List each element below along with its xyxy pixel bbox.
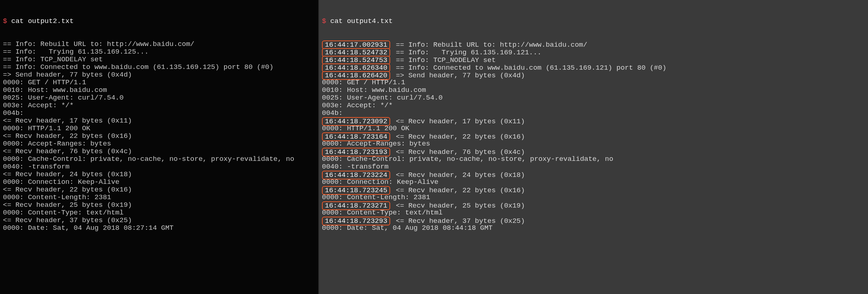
output-line: 16:44:18.723245 <= Recv header, 22 bytes…: [322, 186, 865, 194]
output-line: 0000: Cache-Control: private, no-cache, …: [3, 155, 315, 163]
prompt-symbol: $: [3, 17, 7, 25]
prompt-symbol: $: [322, 17, 326, 25]
output-line: => Send header, 77 bytes (0x4d): [3, 71, 315, 79]
output-line: 16:44:18.723271 <= Recv header, 25 bytes…: [322, 201, 865, 209]
output-line: <= Recv header, 22 bytes (0x16): [3, 186, 315, 194]
output-line: 16:44:18.723092 <= Recv header, 17 bytes…: [322, 117, 865, 125]
output-line: 16:44:18.723164 <= Recv header, 22 bytes…: [322, 132, 865, 140]
output-line: 0000: Date: Sat, 04 Aug 2018 08:44:18 GM…: [322, 224, 865, 232]
output-line: 0025: User-Agent: curl/7.54.0: [3, 94, 315, 102]
output-line: <= Recv header, 24 bytes (0x18): [3, 171, 315, 178]
output-line: == Info: Connected to www.baidu.com (61.…: [3, 63, 315, 71]
output-line: 0000: Content-Type: text/html: [3, 209, 315, 217]
output-line: == Info: Rebuilt URL to: http://www.baid…: [3, 40, 315, 48]
output-line: 0040: -transform: [3, 163, 315, 171]
output-line: 0000: Content-Length: 2381: [322, 194, 865, 201]
output-line: 0010: Host: www.baidu.com: [3, 86, 315, 94]
output-right: 16:44:17.002931 == Info: Rebuilt URL to:…: [322, 40, 865, 232]
output-line: 0000: Connection: Keep-Alive: [322, 178, 865, 186]
output-line: 16:44:18.723293 <= Recv header, 37 bytes…: [322, 217, 865, 224]
output-line: 003e: Accept: */*: [322, 102, 865, 109]
output-line: 16:44:18.524753 == Info: TCP_NODELAY set: [322, 56, 865, 63]
output-line: 16:44:17.002931 == Info: Rebuilt URL to:…: [322, 40, 865, 48]
output-line: 0000: GET / HTTP/1.1: [3, 79, 315, 86]
output-line: <= Recv header, 22 bytes (0x16): [3, 132, 315, 140]
terminal-left[interactable]: $ cat output2.txt == Info: Rebuilt URL t…: [0, 0, 319, 294]
output-line: 0000: Accept-Ranges: bytes: [322, 140, 865, 148]
output-left: == Info: Rebuilt URL to: http://www.baid…: [3, 40, 315, 232]
output-line: == Info: Trying 61.135.169.125...: [3, 48, 315, 56]
output-line: == Info: TCP_NODELAY set: [3, 56, 315, 63]
output-line: 16:44:18.723224 <= Recv header, 24 bytes…: [322, 171, 865, 178]
output-line: 004b:: [3, 109, 315, 117]
output-line: 0040: -transform: [322, 163, 865, 171]
output-line: 16:44:18.626340 == Info: Connected to ww…: [322, 63, 865, 71]
output-line: 003e: Accept: */*: [3, 102, 315, 109]
output-line: 0000: HTTP/1.1 200 OK: [3, 125, 315, 132]
output-line: 0000: Cache-Control: private, no-cache, …: [322, 155, 865, 163]
output-line: 0025: User-Agent: curl/7.54.0: [322, 94, 865, 102]
output-line: 0010: Host: www.baidu.com: [322, 86, 865, 94]
output-line: 004b:: [322, 109, 865, 117]
output-line: 0000: Content-Type: text/html: [322, 209, 865, 217]
command-right: cat output4.txt: [330, 17, 393, 25]
prompt-line: $ cat output2.txt: [3, 18, 315, 25]
output-line: <= Recv header, 17 bytes (0x11): [3, 117, 315, 125]
output-line: <= Recv header, 25 bytes (0x19): [3, 201, 315, 209]
output-line: 0000: GET / HTTP/1.1: [322, 79, 865, 86]
terminal-right[interactable]: $ cat output4.txt 16:44:17.002931 == Inf…: [319, 0, 868, 294]
prompt-line: $ cat output4.txt: [322, 18, 865, 25]
command-left: cat output2.txt: [11, 17, 74, 25]
output-line: 0000: Connection: Keep-Alive: [3, 178, 315, 186]
output-line: 16:44:18.626420 => Send header, 77 bytes…: [322, 71, 865, 79]
output-line: 0000: Accept-Ranges: bytes: [3, 140, 315, 148]
output-line: <= Recv header, 76 bytes (0x4c): [3, 148, 315, 155]
output-line: 0000: HTTP/1.1 200 OK: [322, 125, 865, 132]
output-line: 0000: Content-Length: 2381: [3, 194, 315, 201]
output-line: 16:44:18.723193 <= Recv header, 76 bytes…: [322, 148, 865, 155]
output-line: <= Recv header, 37 bytes (0x25): [3, 217, 315, 224]
output-line: 0000: Date: Sat, 04 Aug 2018 08:27:14 GM…: [3, 224, 315, 232]
output-line: 16:44:18.524732 == Info: Trying 61.135.1…: [322, 48, 865, 56]
